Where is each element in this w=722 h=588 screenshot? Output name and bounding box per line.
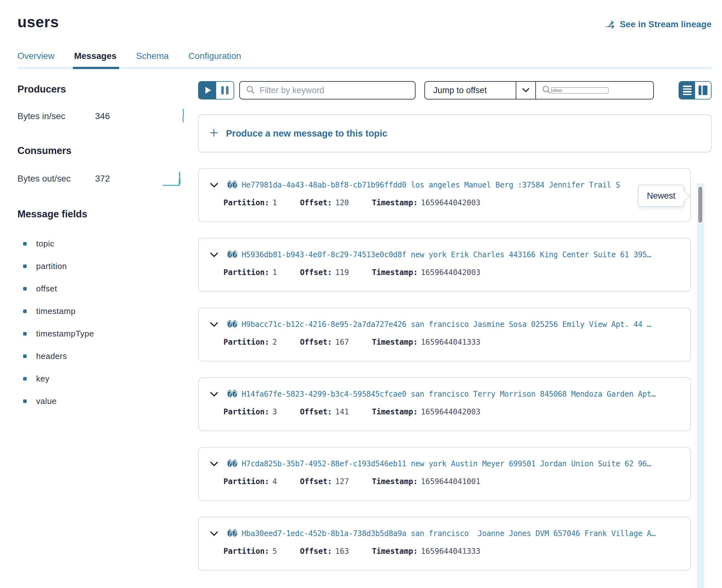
message-list: �� He77981da-4a43-48ab-b8f8-cb71b96ffdd0…: [198, 168, 711, 571]
missing-glyph-icon: ��: [227, 529, 237, 538]
offset-value: 120: [335, 198, 349, 207]
producers-heading: Producers: [17, 84, 189, 95]
missing-glyph-icon: ��: [227, 250, 237, 259]
timestamp-value: 1659644042003: [421, 407, 480, 416]
jump-to-offset-select[interactable]: Jump to offset: [425, 82, 516, 99]
expand-chevron-icon[interactable]: [210, 391, 219, 397]
field-item-topic[interactable]: topic: [17, 233, 189, 255]
bytes-in-metric: Bytes in/sec 346: [17, 108, 189, 124]
bytes-in-label: Bytes in/sec: [17, 111, 95, 121]
offset-search-input[interactable]: [551, 87, 608, 93]
page-title: users: [17, 13, 59, 31]
newest-label: Newest: [647, 191, 675, 201]
list-view-button[interactable]: [679, 82, 695, 99]
partition-label: Partition:: [224, 198, 269, 207]
timestamp-value: 1659644042003: [421, 198, 480, 207]
field-item-offset[interactable]: offset: [17, 277, 189, 300]
timestamp-value: 1659644041001: [421, 477, 480, 486]
partition-value: 4: [273, 477, 277, 486]
play-button[interactable]: [199, 82, 216, 99]
offset-value: 119: [335, 268, 349, 277]
message-row[interactable]: �� H9bacc71c-b12c-4216-8e95-2a7da727e426…: [198, 308, 691, 361]
partition-value: 1: [273, 268, 277, 277]
timestamp-label: Timestamp:: [372, 547, 418, 556]
field-bullet-icon: [23, 265, 27, 268]
offset-label: Offset:: [300, 198, 332, 207]
tab-configuration[interactable]: Configuration: [188, 51, 241, 61]
expand-chevron-icon[interactable]: [210, 252, 219, 258]
partition-label: Partition:: [224, 477, 269, 486]
bytes-out-metric: Bytes out/sec 372: [17, 170, 189, 188]
partition-label: Partition:: [224, 407, 269, 416]
message-row[interactable]: �� He77981da-4a43-48ab-b8f8-cb71b96ffdd0…: [198, 168, 691, 222]
partition-value: 3: [273, 407, 277, 416]
pause-icon: [221, 86, 228, 94]
bytes-in-sparkline: [180, 108, 187, 124]
offset-value: 127: [335, 477, 349, 486]
message-row[interactable]: �� Hba30eed7-1edc-452b-8b1a-738d3b5d8a9a…: [198, 517, 691, 571]
field-item-key[interactable]: key: [17, 368, 189, 390]
field-item-timestampType[interactable]: timestampType: [17, 322, 189, 345]
topic-sidebar: Producers Bytes in/sec 346 Consumers Byt…: [17, 69, 189, 413]
message-key-value: H9bacc71c-b12c-4216-8e95-2a7da727e426 sa…: [242, 320, 651, 329]
pause-button[interactable]: [216, 82, 233, 99]
offset-label: Offset:: [300, 338, 332, 346]
stream-control-group: [198, 81, 234, 100]
keyword-filter-input[interactable]: [260, 86, 415, 96]
partition-label: Partition:: [224, 268, 269, 277]
page-header: users See in Stream lineage: [17, 0, 711, 31]
message-row[interactable]: �� H5936db81-b943-4e0f-8c29-74513e0c0d8f…: [198, 238, 691, 292]
message-fields-list: topic partition offset timestamp timesta…: [17, 233, 189, 413]
missing-glyph-icon: ��: [227, 320, 237, 329]
column-view-icon: [699, 86, 707, 95]
timestamp-label: Timestamp:: [372, 407, 418, 416]
produce-message-label: Produce a new message to this topic: [226, 128, 387, 139]
messages-panel: Jump to offset: [198, 69, 711, 586]
field-item-value[interactable]: value: [17, 390, 189, 413]
message-scrollbar-thumb[interactable]: [697, 186, 703, 224]
field-item-headers[interactable]: headers: [17, 345, 189, 368]
produce-message-button[interactable]: Produce a new message to this topic: [198, 114, 711, 152]
offset-label: Offset:: [300, 477, 332, 486]
timestamp-value: 1659644041333: [421, 338, 480, 346]
stream-lineage-icon: [605, 19, 616, 30]
tab-schema[interactable]: Schema: [136, 51, 169, 61]
field-bullet-icon: [23, 399, 27, 403]
messages-toolbar: Jump to offset: [198, 81, 711, 100]
missing-glyph-icon: ��: [227, 180, 237, 190]
stream-lineage-label: See in Stream lineage: [620, 19, 711, 29]
missing-glyph-icon: ��: [227, 459, 237, 468]
bytes-out-label: Bytes out/sec: [17, 174, 95, 184]
search-icon: [246, 85, 255, 96]
message-scrollbar-track[interactable]: [697, 183, 704, 588]
offset-value: 167: [335, 338, 349, 346]
message-key-value: H7cda825b-35b7-4952-88ef-c193d546eb11 ne…: [242, 459, 651, 468]
field-item-partition[interactable]: partition: [17, 255, 189, 277]
bytes-out-sparkline: [162, 170, 187, 188]
bytes-out-value: 372: [95, 174, 110, 184]
view-toggle-group: [679, 81, 711, 100]
column-view-button[interactable]: [695, 82, 711, 99]
field-item-timestamp[interactable]: timestamp: [17, 300, 189, 322]
expand-chevron-icon[interactable]: [210, 182, 219, 188]
chevron-down-icon[interactable]: [516, 82, 535, 99]
offset-value: 163: [335, 547, 349, 556]
expand-chevron-icon[interactable]: [210, 321, 219, 328]
field-bullet-icon: [23, 242, 27, 246]
timestamp-label: Timestamp:: [372, 198, 418, 207]
expand-chevron-icon[interactable]: [210, 461, 219, 467]
tab-overview[interactable]: Overview: [17, 51, 55, 61]
timestamp-value: 1659644041333: [421, 547, 480, 556]
partition-value: 5: [273, 547, 277, 556]
tab-messages[interactable]: Messages: [74, 51, 117, 61]
message-row[interactable]: �� H7cda825b-35b7-4952-88ef-c193d546eb11…: [198, 447, 691, 501]
field-bullet-icon: [23, 287, 27, 291]
newest-indicator: Newest: [638, 185, 684, 207]
expand-chevron-icon[interactable]: [210, 531, 219, 537]
search-icon: [542, 85, 551, 96]
offset-label: Offset:: [300, 547, 332, 556]
offset-value: 141: [335, 407, 349, 416]
message-row[interactable]: �� H14fa67fe-5823-4299-b3c4-595845cfcae0…: [198, 377, 691, 431]
jump-to-offset-group: Jump to offset: [425, 81, 654, 100]
stream-lineage-link[interactable]: See in Stream lineage: [605, 19, 711, 30]
